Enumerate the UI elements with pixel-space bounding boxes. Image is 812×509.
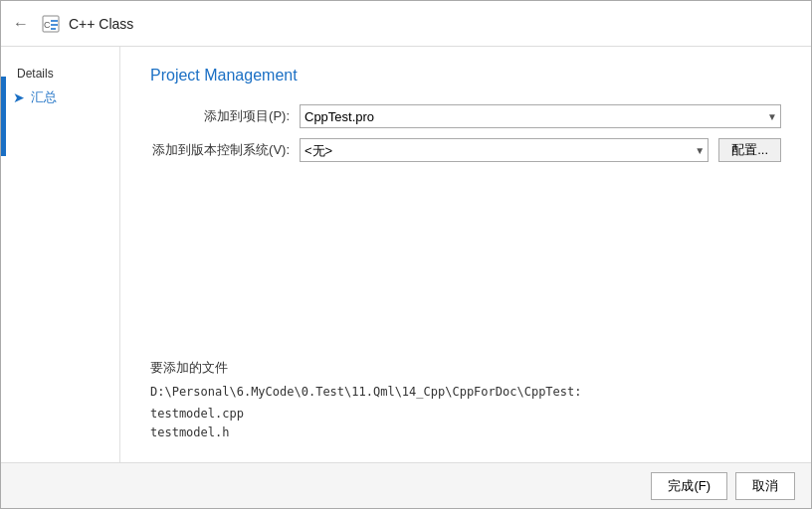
add-to-vcs-select[interactable]: <无> (300, 138, 709, 162)
bottom-bar: 完成(F) 取消 (1, 462, 811, 508)
sidebar: Details ➤ 汇总 (1, 47, 120, 462)
content-panel: Project Management 添加到项目(P): CppTest.pro… (120, 47, 811, 462)
back-button[interactable]: ← (13, 15, 29, 33)
dialog-title: C++ Class (69, 16, 133, 32)
svg-text:C: C (44, 20, 51, 30)
sidebar-item-label: 汇总 (31, 88, 57, 106)
add-to-project-select[interactable]: CppTest.pro (300, 104, 781, 128)
main-content: Details ➤ 汇总 Project Management 添加到项目(P)… (1, 47, 811, 462)
arrow-icon: ➤ (13, 89, 25, 105)
sidebar-section-label: Details (1, 63, 119, 85)
content-spacer (150, 172, 781, 339)
files-section: 要添加的文件 D:\Personal\6.MyCode\0.Test\11.Qm… (150, 339, 781, 442)
finish-button[interactable]: 完成(F) (651, 472, 727, 500)
cancel-button[interactable]: 取消 (735, 472, 795, 500)
cpp-class-icon: C (41, 14, 61, 34)
add-to-vcs-row: 添加到版本控制系统(V): <无> ▼ 配置... (150, 138, 781, 162)
svg-rect-3 (51, 24, 58, 26)
add-to-project-select-wrapper: CppTest.pro ▼ (300, 104, 781, 128)
section-title: Project Management (150, 67, 781, 85)
files-label: 要添加的文件 (150, 359, 781, 377)
svg-rect-4 (51, 28, 56, 30)
configure-button[interactable]: 配置... (718, 138, 781, 162)
add-to-project-label: 添加到项目(P): (150, 107, 290, 125)
files-path: D:\Personal\6.MyCode\0.Test\11.Qml\14_Cp… (150, 385, 781, 399)
title-bar: ← C C++ Class (1, 1, 811, 47)
add-to-project-row: 添加到项目(P): CppTest.pro ▼ (150, 104, 781, 128)
file-item-h: testmodel.h (150, 424, 781, 442)
svg-rect-2 (51, 20, 58, 22)
file-item-cpp: testmodel.cpp (150, 405, 781, 424)
add-to-vcs-select-wrapper: <无> ▼ (300, 138, 709, 162)
left-accent (1, 77, 6, 156)
sidebar-item-summary[interactable]: ➤ 汇总 (1, 85, 119, 110)
add-to-vcs-label: 添加到版本控制系统(V): (150, 141, 290, 159)
files-list: testmodel.cpp testmodel.h (150, 405, 781, 442)
